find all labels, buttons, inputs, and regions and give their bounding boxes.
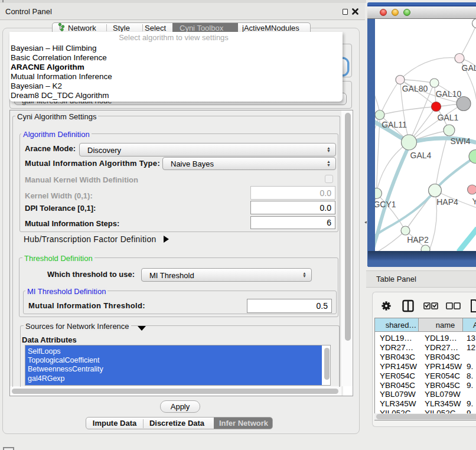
svg-text:Y: Y — [472, 196, 476, 206]
svg-text:HAP2: HAP2 — [407, 234, 429, 244]
svg-text:HAP4: HAP4 — [436, 197, 458, 206]
svg-text:GAL1: GAL1 — [437, 112, 458, 122]
svg-text:GAL80: GAL80 — [402, 83, 428, 93]
svg-text:GAL11: GAL11 — [382, 119, 407, 129]
svg-text:GAL10: GAL10 — [435, 89, 461, 98]
svg-text:SWI4: SWI4 — [450, 136, 470, 145]
svg-text:GAL4: GAL4 — [410, 150, 431, 159]
svg-text:GAL7: GAL7 — [461, 63, 476, 72]
svg-text:GCY1: GCY1 — [375, 199, 396, 208]
